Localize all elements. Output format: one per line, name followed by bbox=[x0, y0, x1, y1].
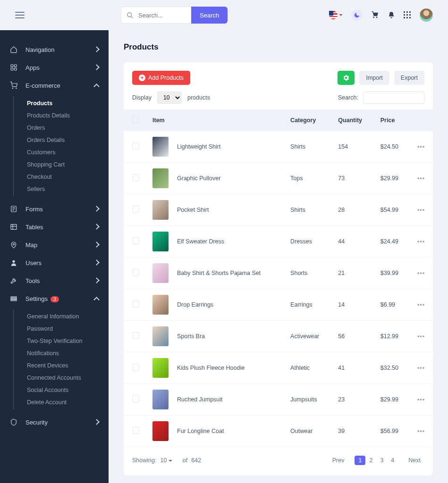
product-name: Lightweight Shirt bbox=[177, 143, 220, 150]
display-suffix: products bbox=[187, 94, 210, 101]
pager-page[interactable]: 1 bbox=[355, 456, 365, 465]
product-name: Baby Shirt & Shorts Pajama Set bbox=[177, 270, 261, 276]
tables-icon bbox=[9, 223, 18, 231]
apps-grid-icon[interactable] bbox=[404, 11, 411, 19]
nav-label: Forms bbox=[25, 206, 87, 213]
sidebar-item-ecommerce[interactable]: E-commerce bbox=[0, 76, 109, 94]
row-checkbox[interactable] bbox=[132, 174, 139, 181]
product-name: Graphic Pullover bbox=[177, 175, 220, 182]
table-row: Elf Sweater DressDresses44$24.49••• bbox=[124, 226, 433, 258]
pager-page[interactable]: 4 bbox=[387, 456, 398, 465]
cart-icon[interactable] bbox=[371, 11, 379, 19]
sidebar-subitem[interactable]: Products Details bbox=[27, 109, 109, 122]
row-actions-icon[interactable]: ••• bbox=[409, 384, 433, 416]
product-thumb bbox=[152, 137, 169, 157]
cart-icon bbox=[9, 81, 18, 90]
export-button[interactable]: Export bbox=[394, 71, 424, 85]
row-checkbox[interactable] bbox=[132, 332, 139, 339]
display-count-select[interactable]: 10 bbox=[157, 92, 182, 104]
row-checkbox[interactable] bbox=[132, 237, 139, 244]
row-checkbox[interactable] bbox=[132, 206, 139, 213]
row-actions-icon[interactable]: ••• bbox=[409, 289, 433, 321]
settings-button[interactable] bbox=[338, 71, 355, 85]
sidebar-subitem[interactable]: Connected Accounts bbox=[27, 372, 109, 384]
pager-page[interactable]: 3 bbox=[376, 456, 387, 465]
sidebar-subitem[interactable]: Customers bbox=[27, 146, 109, 158]
row-actions-icon[interactable]: ••• bbox=[409, 416, 433, 447]
row-checkbox[interactable] bbox=[132, 427, 139, 434]
menu-toggle-icon[interactable] bbox=[15, 12, 25, 18]
col-quantity: Quantity bbox=[331, 109, 373, 131]
sidebar-subitem[interactable]: Password bbox=[27, 323, 109, 335]
settings-icon bbox=[9, 294, 18, 303]
table-row: Drop EarringsEarrings14$6.99••• bbox=[124, 289, 433, 321]
svg-point-6 bbox=[16, 88, 17, 88]
global-search: Search bbox=[121, 7, 228, 24]
nav-label: Apps bbox=[25, 64, 87, 71]
product-qty: 56 bbox=[331, 321, 373, 352]
search-button[interactable]: Search bbox=[191, 7, 228, 24]
row-checkbox[interactable] bbox=[132, 364, 139, 371]
sidebar-item-map[interactable]: Map bbox=[0, 236, 109, 254]
row-checkbox[interactable] bbox=[132, 395, 139, 402]
sidebar-subitem[interactable]: Social Accounts bbox=[27, 384, 109, 396]
product-thumb bbox=[152, 232, 169, 251]
sidebar-subitem[interactable]: Two-Step Verification bbox=[27, 335, 109, 347]
sidebar-item-users[interactable]: Users bbox=[0, 254, 109, 272]
pager-prev[interactable]: Prev bbox=[329, 456, 348, 465]
product-price: $32.50 bbox=[374, 352, 409, 384]
product-price: $39.99 bbox=[374, 258, 409, 289]
sidebar-subitem[interactable]: Orders bbox=[27, 122, 109, 134]
row-checkbox[interactable] bbox=[132, 142, 139, 150]
bell-icon[interactable] bbox=[388, 11, 395, 19]
pager-next[interactable]: Next bbox=[405, 456, 424, 465]
product-price: $29.99 bbox=[374, 163, 409, 194]
row-actions-icon[interactable]: ••• bbox=[409, 226, 433, 258]
sidebar-item-apps[interactable]: Apps bbox=[0, 58, 109, 76]
sidebar-subitem[interactable]: General Information bbox=[27, 310, 109, 323]
sidebar-item-tools[interactable]: Tools bbox=[0, 272, 109, 290]
search-input[interactable] bbox=[138, 12, 191, 19]
sidebar-subitem[interactable]: Checkout bbox=[27, 171, 109, 183]
theme-toggle[interactable] bbox=[351, 9, 363, 21]
sidebar-subitem[interactable]: Products bbox=[27, 97, 109, 109]
row-actions-icon[interactable]: ••• bbox=[409, 163, 433, 194]
row-checkbox[interactable] bbox=[132, 269, 139, 276]
svg-rect-3 bbox=[11, 68, 13, 70]
row-actions-icon[interactable]: ••• bbox=[409, 131, 433, 163]
sidebar-subitem[interactable]: Shopping Cart bbox=[27, 158, 109, 171]
sidebar-item-settings[interactable]: Settings3 bbox=[0, 290, 109, 308]
sidebar-item-tables[interactable]: Tables bbox=[0, 218, 109, 236]
sidebar-subitem[interactable]: Notifications bbox=[27, 347, 109, 359]
row-actions-icon[interactable]: ••• bbox=[409, 258, 433, 289]
select-all-checkbox[interactable] bbox=[132, 116, 139, 123]
row-checkbox[interactable] bbox=[132, 300, 139, 308]
sidebar-subitem[interactable]: Delete Account bbox=[27, 396, 109, 408]
chevron-down-icon bbox=[339, 14, 343, 16]
chevron-right-icon bbox=[94, 242, 99, 247]
product-category: Shirts bbox=[284, 194, 331, 226]
row-actions-icon[interactable]: ••• bbox=[409, 352, 433, 384]
row-actions-icon[interactable]: ••• bbox=[409, 194, 433, 226]
table-row: Ruched JumpsuitJumpsuits23$29.99••• bbox=[124, 384, 433, 416]
badge: 3 bbox=[51, 296, 59, 302]
search-icon bbox=[121, 12, 138, 19]
product-qty: 41 bbox=[331, 352, 373, 384]
import-button[interactable]: Import bbox=[359, 71, 389, 85]
sidebar-item-security[interactable]: Security bbox=[0, 413, 109, 431]
language-selector[interactable] bbox=[329, 11, 343, 19]
sidebar-item-forms[interactable]: Forms bbox=[0, 200, 109, 218]
showing-select[interactable]: 10 bbox=[160, 457, 172, 464]
table-search-input[interactable] bbox=[363, 92, 424, 104]
row-actions-icon[interactable]: ••• bbox=[409, 321, 433, 352]
product-category: Jumpsuits bbox=[284, 384, 331, 416]
pager-page[interactable]: 2 bbox=[365, 456, 376, 465]
sidebar-item-navigation[interactable]: Navigation bbox=[0, 41, 109, 58]
avatar[interactable] bbox=[420, 8, 433, 22]
sidebar-subitem[interactable]: Orders Details bbox=[27, 134, 109, 146]
chevron-up-icon bbox=[94, 83, 99, 88]
table-row: Sports BraActivewear56$12.99••• bbox=[124, 321, 433, 352]
sidebar-subitem[interactable]: Recent Devices bbox=[27, 359, 109, 372]
add-products-button[interactable]: + Add Products bbox=[132, 71, 190, 85]
sidebar-subitem[interactable]: Sellers bbox=[27, 183, 109, 195]
